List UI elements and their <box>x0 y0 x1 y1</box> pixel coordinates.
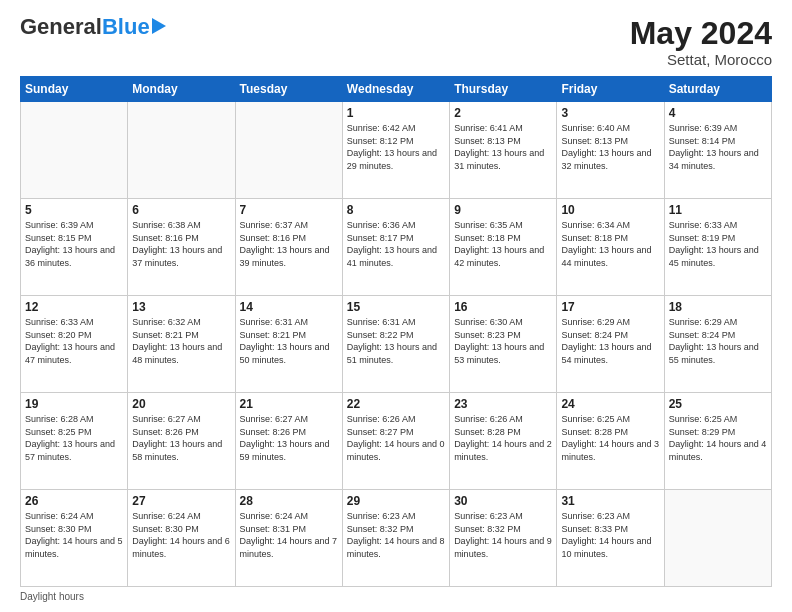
daylight-label: Daylight hours <box>20 591 84 602</box>
day-number: 4 <box>669 106 767 120</box>
calendar-dow-tuesday: Tuesday <box>235 77 342 102</box>
logo-arrow-icon <box>152 18 166 34</box>
calendar-dow-thursday: Thursday <box>450 77 557 102</box>
day-number: 7 <box>240 203 338 217</box>
day-info: Sunrise: 6:33 AMSunset: 8:20 PMDaylight:… <box>25 316 123 366</box>
day-number: 16 <box>454 300 552 314</box>
calendar-cell-4-3: 21Sunrise: 6:27 AMSunset: 8:26 PMDayligh… <box>235 393 342 490</box>
calendar-cell-4-4: 22Sunrise: 6:26 AMSunset: 8:27 PMDayligh… <box>342 393 449 490</box>
day-info: Sunrise: 6:24 AMSunset: 8:30 PMDaylight:… <box>132 510 230 560</box>
footer-note: Daylight hours <box>20 591 772 602</box>
day-number: 30 <box>454 494 552 508</box>
calendar-week-4: 19Sunrise: 6:28 AMSunset: 8:25 PMDayligh… <box>21 393 772 490</box>
page: GeneralBlue May 2024 Settat, Morocco Sun… <box>0 0 792 612</box>
calendar-cell-5-2: 27Sunrise: 6:24 AMSunset: 8:30 PMDayligh… <box>128 490 235 587</box>
day-info: Sunrise: 6:31 AMSunset: 8:22 PMDaylight:… <box>347 316 445 366</box>
logo-text: GeneralBlue <box>20 16 166 38</box>
calendar-cell-2-1: 5Sunrise: 6:39 AMSunset: 8:15 PMDaylight… <box>21 199 128 296</box>
day-number: 19 <box>25 397 123 411</box>
day-info: Sunrise: 6:24 AMSunset: 8:31 PMDaylight:… <box>240 510 338 560</box>
calendar-cell-3-5: 16Sunrise: 6:30 AMSunset: 8:23 PMDayligh… <box>450 296 557 393</box>
day-info: Sunrise: 6:23 AMSunset: 8:33 PMDaylight:… <box>561 510 659 560</box>
calendar-week-3: 12Sunrise: 6:33 AMSunset: 8:20 PMDayligh… <box>21 296 772 393</box>
day-info: Sunrise: 6:29 AMSunset: 8:24 PMDaylight:… <box>561 316 659 366</box>
calendar-cell-4-1: 19Sunrise: 6:28 AMSunset: 8:25 PMDayligh… <box>21 393 128 490</box>
logo-general: General <box>20 16 102 38</box>
day-info: Sunrise: 6:24 AMSunset: 8:30 PMDaylight:… <box>25 510 123 560</box>
calendar-cell-5-6: 31Sunrise: 6:23 AMSunset: 8:33 PMDayligh… <box>557 490 664 587</box>
day-number: 20 <box>132 397 230 411</box>
day-info: Sunrise: 6:23 AMSunset: 8:32 PMDaylight:… <box>454 510 552 560</box>
calendar-cell-1-5: 2Sunrise: 6:41 AMSunset: 8:13 PMDaylight… <box>450 102 557 199</box>
calendar-cell-4-5: 23Sunrise: 6:26 AMSunset: 8:28 PMDayligh… <box>450 393 557 490</box>
logo-blue: Blue <box>102 16 150 38</box>
calendar-cell-3-3: 14Sunrise: 6:31 AMSunset: 8:21 PMDayligh… <box>235 296 342 393</box>
calendar-cell-2-3: 7Sunrise: 6:37 AMSunset: 8:16 PMDaylight… <box>235 199 342 296</box>
calendar-cell-2-4: 8Sunrise: 6:36 AMSunset: 8:17 PMDaylight… <box>342 199 449 296</box>
calendar-cell-2-5: 9Sunrise: 6:35 AMSunset: 8:18 PMDaylight… <box>450 199 557 296</box>
calendar-dow-saturday: Saturday <box>664 77 771 102</box>
calendar-week-2: 5Sunrise: 6:39 AMSunset: 8:15 PMDaylight… <box>21 199 772 296</box>
calendar-cell-5-1: 26Sunrise: 6:24 AMSunset: 8:30 PMDayligh… <box>21 490 128 587</box>
day-info: Sunrise: 6:41 AMSunset: 8:13 PMDaylight:… <box>454 122 552 172</box>
day-number: 27 <box>132 494 230 508</box>
calendar-cell-3-4: 15Sunrise: 6:31 AMSunset: 8:22 PMDayligh… <box>342 296 449 393</box>
day-number: 28 <box>240 494 338 508</box>
calendar-dow-monday: Monday <box>128 77 235 102</box>
calendar-cell-4-6: 24Sunrise: 6:25 AMSunset: 8:28 PMDayligh… <box>557 393 664 490</box>
calendar-cell-5-7 <box>664 490 771 587</box>
calendar-cell-1-1 <box>21 102 128 199</box>
month-year: May 2024 <box>630 16 772 51</box>
day-info: Sunrise: 6:38 AMSunset: 8:16 PMDaylight:… <box>132 219 230 269</box>
calendar-week-1: 1Sunrise: 6:42 AMSunset: 8:12 PMDaylight… <box>21 102 772 199</box>
day-info: Sunrise: 6:42 AMSunset: 8:12 PMDaylight:… <box>347 122 445 172</box>
day-info: Sunrise: 6:35 AMSunset: 8:18 PMDaylight:… <box>454 219 552 269</box>
calendar-cell-3-1: 12Sunrise: 6:33 AMSunset: 8:20 PMDayligh… <box>21 296 128 393</box>
day-number: 26 <box>25 494 123 508</box>
calendar-cell-4-2: 20Sunrise: 6:27 AMSunset: 8:26 PMDayligh… <box>128 393 235 490</box>
day-number: 9 <box>454 203 552 217</box>
day-number: 15 <box>347 300 445 314</box>
day-number: 11 <box>669 203 767 217</box>
day-info: Sunrise: 6:25 AMSunset: 8:29 PMDaylight:… <box>669 413 767 463</box>
calendar-cell-2-7: 11Sunrise: 6:33 AMSunset: 8:19 PMDayligh… <box>664 199 771 296</box>
calendar-cell-1-7: 4Sunrise: 6:39 AMSunset: 8:14 PMDaylight… <box>664 102 771 199</box>
day-number: 5 <box>25 203 123 217</box>
day-number: 1 <box>347 106 445 120</box>
day-number: 24 <box>561 397 659 411</box>
day-number: 3 <box>561 106 659 120</box>
calendar-cell-1-6: 3Sunrise: 6:40 AMSunset: 8:13 PMDaylight… <box>557 102 664 199</box>
day-info: Sunrise: 6:27 AMSunset: 8:26 PMDaylight:… <box>240 413 338 463</box>
calendar-table: SundayMondayTuesdayWednesdayThursdayFrid… <box>20 76 772 587</box>
calendar-cell-1-2 <box>128 102 235 199</box>
day-number: 18 <box>669 300 767 314</box>
day-number: 17 <box>561 300 659 314</box>
day-info: Sunrise: 6:23 AMSunset: 8:32 PMDaylight:… <box>347 510 445 560</box>
day-number: 12 <box>25 300 123 314</box>
calendar-cell-2-2: 6Sunrise: 6:38 AMSunset: 8:16 PMDaylight… <box>128 199 235 296</box>
day-info: Sunrise: 6:39 AMSunset: 8:15 PMDaylight:… <box>25 219 123 269</box>
header: GeneralBlue May 2024 Settat, Morocco <box>20 16 772 68</box>
location: Settat, Morocco <box>630 51 772 68</box>
day-info: Sunrise: 6:37 AMSunset: 8:16 PMDaylight:… <box>240 219 338 269</box>
logo: GeneralBlue <box>20 16 166 38</box>
day-number: 8 <box>347 203 445 217</box>
calendar-cell-2-6: 10Sunrise: 6:34 AMSunset: 8:18 PMDayligh… <box>557 199 664 296</box>
calendar-week-5: 26Sunrise: 6:24 AMSunset: 8:30 PMDayligh… <box>21 490 772 587</box>
title-block: May 2024 Settat, Morocco <box>630 16 772 68</box>
calendar-cell-3-7: 18Sunrise: 6:29 AMSunset: 8:24 PMDayligh… <box>664 296 771 393</box>
calendar-dow-sunday: Sunday <box>21 77 128 102</box>
day-info: Sunrise: 6:32 AMSunset: 8:21 PMDaylight:… <box>132 316 230 366</box>
day-number: 29 <box>347 494 445 508</box>
day-number: 31 <box>561 494 659 508</box>
day-info: Sunrise: 6:28 AMSunset: 8:25 PMDaylight:… <box>25 413 123 463</box>
day-number: 22 <box>347 397 445 411</box>
day-info: Sunrise: 6:33 AMSunset: 8:19 PMDaylight:… <box>669 219 767 269</box>
day-number: 13 <box>132 300 230 314</box>
day-info: Sunrise: 6:40 AMSunset: 8:13 PMDaylight:… <box>561 122 659 172</box>
calendar-cell-5-5: 30Sunrise: 6:23 AMSunset: 8:32 PMDayligh… <box>450 490 557 587</box>
calendar-cell-1-4: 1Sunrise: 6:42 AMSunset: 8:12 PMDaylight… <box>342 102 449 199</box>
calendar-cell-5-4: 29Sunrise: 6:23 AMSunset: 8:32 PMDayligh… <box>342 490 449 587</box>
calendar-cell-4-7: 25Sunrise: 6:25 AMSunset: 8:29 PMDayligh… <box>664 393 771 490</box>
day-number: 21 <box>240 397 338 411</box>
